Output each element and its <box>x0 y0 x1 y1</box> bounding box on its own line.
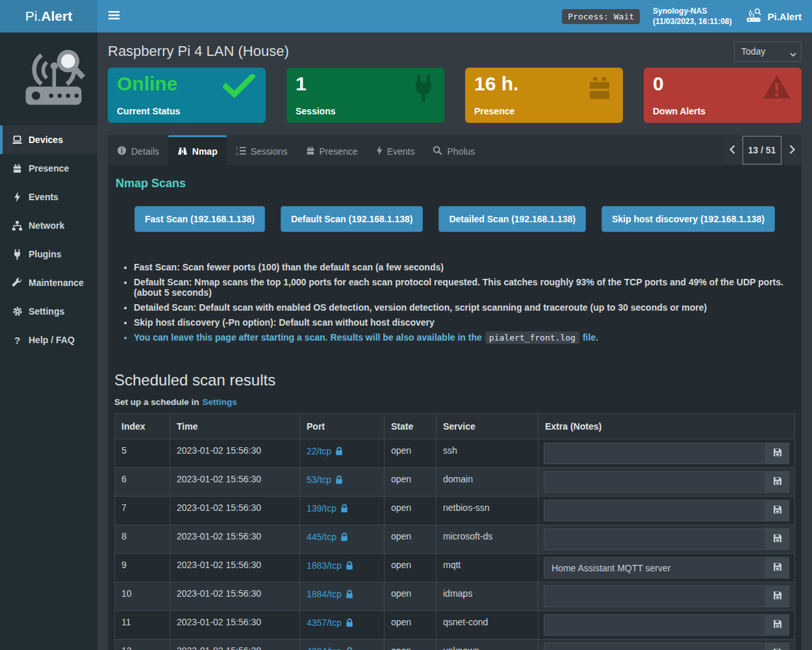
cell-state: open <box>385 468 437 497</box>
chevron-right-icon <box>789 145 795 156</box>
notes-input[interactable] <box>544 500 765 521</box>
question-icon: ? <box>12 335 23 346</box>
save-notes-button[interactable] <box>765 500 789 521</box>
pialert-app: Pi.Alert Process: Wait Synology-NAS (11/… <box>0 0 812 650</box>
cell-notes <box>539 640 795 650</box>
sidebar-toggle-button[interactable] <box>97 0 131 32</box>
cell-state: open <box>385 611 437 640</box>
port-link[interactable]: 1883/tcp <box>307 560 342 571</box>
notes-input[interactable] <box>544 528 765 550</box>
sidebar-item-network[interactable]: Network <box>0 211 97 240</box>
tab-label: Details <box>131 146 159 157</box>
prev-device-button[interactable] <box>722 136 742 164</box>
sidebar-item-plugins[interactable]: Plugins <box>0 240 97 268</box>
column-header: Time <box>170 414 300 439</box>
port-link[interactable]: 1884/tcp <box>307 589 342 599</box>
notes-input[interactable] <box>544 614 765 636</box>
save-notes-button[interactable] <box>765 586 789 607</box>
status-cards: Online Current Status 1 Sessions 16 h. P… <box>108 68 802 123</box>
port-link[interactable]: 4357/tcp <box>307 618 342 628</box>
sidebar-item-label: Devices <box>29 135 63 145</box>
bolt-icon <box>376 146 383 157</box>
sidebar-item-events[interactable]: Events <box>0 183 97 211</box>
sidebar-menu: Devices Presence Events Network Plugins … <box>0 125 97 354</box>
list-ol-icon: 12 <box>236 146 246 157</box>
column-header: Port <box>300 414 385 439</box>
cell-notes <box>539 582 795 611</box>
tab-sessions[interactable]: 12 Sessions <box>227 135 297 165</box>
cell-service: microsoft-ds <box>437 525 539 554</box>
column-header: State <box>385 414 437 439</box>
cell-index: 9 <box>115 554 170 582</box>
card-label: Down Alerts <box>653 106 793 116</box>
sidebar-item-settings[interactable]: Settings <box>0 297 97 326</box>
check-icon <box>223 74 255 100</box>
router-scan-icon <box>743 8 761 25</box>
port-link[interactable]: 53/tcp <box>307 474 331 485</box>
scan-results-table: Index Time Port State Service Extra (Not… <box>114 413 795 650</box>
brand-logo[interactable]: Pi.Alert <box>0 0 97 32</box>
cell-index: 7 <box>115 497 170 525</box>
sidebar-item-maintenance[interactable]: Maintenance <box>0 268 97 297</box>
period-select[interactable]: Today <box>734 42 802 62</box>
laptop-icon <box>12 135 23 144</box>
skip-host-discovery-button[interactable]: Skip host discovery (192.168.1.138) <box>602 206 775 232</box>
port-link[interactable]: 139/tcp <box>307 503 336 514</box>
card-current-status: Online Current Status <box>108 68 266 123</box>
lock-icon <box>335 476 343 486</box>
search-icon <box>433 146 442 157</box>
cell-time: 2023-01-02 15:56:30 <box>170 497 300 525</box>
save-notes-button[interactable] <box>765 471 789 493</box>
notes-input[interactable] <box>544 443 765 464</box>
save-notes-button[interactable] <box>765 443 789 464</box>
main-content: Raspberry Pi 4 LAN (House) Today Online … <box>97 32 812 650</box>
sidebar-item-label: Settings <box>29 306 64 317</box>
notes-input[interactable] <box>544 643 765 650</box>
detailed-scan-button[interactable]: Detailed Scan (192.168.1.138) <box>438 206 586 232</box>
floppy-save-icon <box>773 476 782 488</box>
next-device-button[interactable] <box>782 136 802 164</box>
default-scan-button[interactable]: Default Scan (192.168.1.138) <box>281 206 424 232</box>
notes-input[interactable] <box>544 586 765 607</box>
scan-description: Skip host discovery (-Pn option): Defaul… <box>134 317 795 328</box>
tab-presence[interactable]: Presence <box>297 135 367 165</box>
save-notes-button[interactable] <box>765 557 789 578</box>
save-notes-button[interactable] <box>765 643 789 650</box>
plug-icon <box>413 74 434 105</box>
tab-events[interactable]: Events <box>367 135 424 165</box>
port-link[interactable]: 445/tcp <box>307 532 336 542</box>
save-notes-button[interactable] <box>765 614 789 636</box>
tab-pholus[interactable]: Pholus <box>424 135 484 165</box>
device-tabs: Details Nmap 12 Sessions Presence Events <box>108 135 484 165</box>
notes-input[interactable] <box>544 557 765 578</box>
port-link[interactable]: 22/tcp <box>307 446 331 456</box>
port-link[interactable]: 4384/tcp <box>307 646 342 650</box>
cell-state: open <box>385 640 437 650</box>
bolt-icon <box>12 192 23 202</box>
log-file-name: pialert_front.log <box>485 332 579 344</box>
lock-icon <box>340 533 348 543</box>
table-row: 10 2023-01-02 15:56:30 1884/tcp open idm… <box>115 582 795 611</box>
sidebar-item-presence[interactable]: Presence <box>0 154 97 183</box>
tab-nmap[interactable]: Nmap <box>168 135 227 165</box>
tab-details[interactable]: Details <box>108 135 168 165</box>
tabs-row: Details Nmap 12 Sessions Presence Events <box>108 135 802 165</box>
lock-icon <box>335 447 343 458</box>
cell-time: 2023-01-02 15:56:30 <box>170 640 300 650</box>
save-notes-button[interactable] <box>765 528 789 550</box>
sidebar-item-devices[interactable]: Devices <box>0 125 97 154</box>
cell-index: 12 <box>115 640 170 650</box>
sidebar-item-help[interactable]: ? Help / FAQ <box>0 326 97 354</box>
settings-link[interactable]: Settings <box>203 397 237 407</box>
app-identity: Pi.Alert <box>743 8 802 25</box>
cell-port: 4357/tcp <box>300 611 385 640</box>
brand-text-regular: Pi. <box>25 8 42 24</box>
card-sessions: 1 Sessions <box>286 68 444 123</box>
period-select-wrap: Today <box>734 42 802 62</box>
notes-input[interactable] <box>544 471 765 493</box>
scan-description: Fast Scan: Scan fewer ports (100) than t… <box>134 262 795 272</box>
cell-state: open <box>385 554 437 582</box>
cell-time: 2023-01-02 15:56:30 <box>170 582 300 611</box>
fast-scan-button[interactable]: Fast Scan (192.168.1.138) <box>134 206 265 232</box>
cell-service: netbios-ssn <box>437 497 539 525</box>
